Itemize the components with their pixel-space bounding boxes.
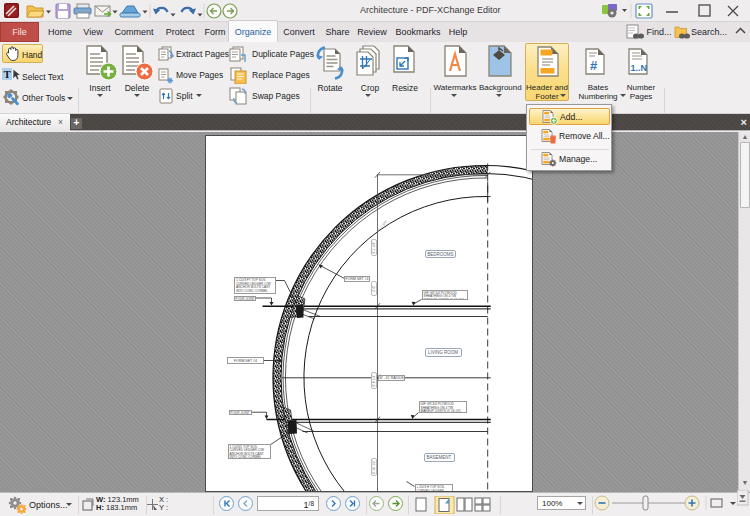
svg-text:#: # bbox=[590, 58, 598, 73]
svg-text:1..N: 1..N bbox=[631, 63, 648, 73]
svg-text:T: T bbox=[4, 68, 12, 80]
